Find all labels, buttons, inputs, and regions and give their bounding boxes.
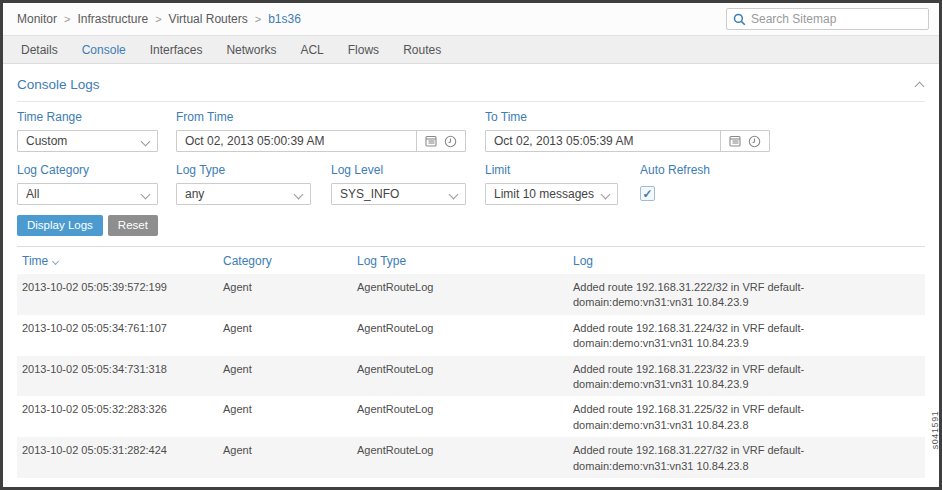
sitemap-search-box[interactable] (726, 8, 929, 30)
table-header-row: Time Category Log Type Log (17, 247, 925, 274)
log-message: Added route 192.168.31.229/32 in VRF def… (568, 482, 925, 490)
to-time-label: To Time (485, 110, 770, 124)
log-category-select[interactable]: All (17, 183, 158, 205)
log-message: Added route 192.168.31.225/32 in VRF def… (568, 400, 925, 433)
chevron-down-icon (141, 189, 151, 199)
breadcrumb-separator: > (255, 13, 261, 25)
console-logs-table: Time Category Log Type Log 2013-10-02 05… (17, 246, 925, 490)
tab-routes[interactable]: Routes (391, 43, 453, 57)
tab-acl[interactable]: ACL (288, 43, 335, 57)
to-time-input[interactable]: Oct 02, 2013 05:05:39 AM (485, 130, 770, 152)
app-window: Monitor > Infrastructure > Virtual Route… (0, 0, 942, 490)
breadcrumb-item-infrastructure[interactable]: Infrastructure (77, 12, 148, 26)
log-type: AgentRouteLog (352, 278, 568, 311)
breadcrumb: Monitor > Infrastructure > Virtual Route… (17, 12, 301, 26)
log-type: AgentRouteLog (352, 400, 568, 433)
checkmark-icon: ✓ (642, 187, 652, 201)
clock-icon[interactable] (748, 135, 761, 148)
column-header-log[interactable]: Log (568, 254, 925, 268)
time-range-label: Time Range (17, 110, 158, 124)
log-time: 2013-10-02 05:05:34:761:107 (17, 319, 218, 352)
log-category: Agent (218, 441, 352, 474)
column-header-category[interactable]: Category (218, 254, 352, 268)
log-level-label: Log Level (331, 163, 466, 177)
log-type: AgentRouteLog (352, 441, 568, 474)
log-type: AgentRouteLog (352, 360, 568, 393)
table-row[interactable]: 2013-10-02 05:05:29:319:521 Agent AgentR… (17, 478, 925, 490)
log-category: Agent (218, 278, 352, 311)
log-type-value: any (185, 187, 289, 201)
from-time-label: From Time (176, 110, 466, 124)
chevron-down-icon (294, 189, 304, 199)
log-category-value: All (26, 187, 136, 201)
chevron-down-icon (449, 189, 459, 199)
auto-refresh-label: Auto Refresh (640, 163, 710, 177)
sort-descending-icon (52, 257, 59, 264)
breadcrumb-separator: > (64, 13, 70, 25)
log-message: Added route 192.168.31.223/32 in VRF def… (568, 360, 925, 393)
log-time: 2013-10-02 05:05:29:319:521 (17, 482, 218, 490)
log-category: Agent (218, 400, 352, 433)
log-type-label: Log Type (176, 163, 311, 177)
log-type: AgentRouteLog (352, 319, 568, 352)
tab-flows[interactable]: Flows (336, 43, 391, 57)
log-type-select[interactable]: any (176, 183, 311, 205)
column-header-log-type[interactable]: Log Type (352, 254, 568, 268)
breadcrumb-item-virtual-routers[interactable]: Virtual Routers (169, 12, 248, 26)
log-time: 2013-10-02 05:05:34:731:318 (17, 360, 218, 393)
log-level-select[interactable]: SYS_INFO (331, 183, 466, 205)
tab-details[interactable]: Details (9, 43, 70, 57)
limit-select[interactable]: Limit 10 messages (485, 183, 618, 205)
breadcrumb-item-monitor[interactable]: Monitor (17, 12, 57, 26)
search-icon (733, 13, 746, 26)
log-message: Added route 192.168.31.224/32 in VRF def… (568, 319, 925, 352)
console-logs-panel: Console Logs Time Range Custom From Time… (3, 64, 939, 490)
log-category-label: Log Category (17, 163, 158, 177)
collapse-panel-icon[interactable] (915, 81, 925, 91)
table-row[interactable]: 2013-10-02 05:05:34:761:107 Agent AgentR… (17, 315, 925, 356)
breadcrumb-separator: > (155, 13, 161, 25)
chevron-down-icon (141, 136, 151, 146)
time-range-select[interactable]: Custom (17, 130, 158, 152)
log-time: 2013-10-02 05:05:31:282:424 (17, 441, 218, 474)
auto-refresh-checkbox[interactable]: ✓ (640, 186, 655, 201)
calendar-icon[interactable] (729, 135, 741, 147)
limit-value: Limit 10 messages (494, 187, 596, 201)
table-row[interactable]: 2013-10-02 05:05:34:731:318 Agent AgentR… (17, 356, 925, 397)
log-category: Agent (218, 482, 352, 490)
limit-label: Limit (485, 163, 618, 177)
to-time-value: Oct 02, 2013 05:05:39 AM (494, 134, 712, 148)
chevron-down-icon (601, 189, 611, 199)
reset-button[interactable]: Reset (108, 215, 158, 236)
tab-bar: Details Console Interfaces Networks ACL … (3, 36, 939, 64)
panel-divider (17, 101, 925, 102)
search-input[interactable] (751, 12, 922, 26)
tab-interfaces[interactable]: Interfaces (138, 43, 215, 57)
breadcrumb-item-b1s36[interactable]: b1s36 (268, 12, 301, 26)
table-row[interactable]: 2013-10-02 05:05:32:283:326 Agent AgentR… (17, 396, 925, 437)
top-bar: Monitor > Infrastructure > Virtual Route… (3, 3, 939, 36)
display-logs-button[interactable]: Display Logs (17, 215, 103, 236)
from-time-value: Oct 02, 2013 05:00:39 AM (185, 134, 408, 148)
panel-title: Console Logs (17, 77, 100, 92)
from-time-input[interactable]: Oct 02, 2013 05:00:39 AM (176, 130, 466, 152)
log-message: Added route 192.168.31.227/32 in VRF def… (568, 441, 925, 474)
log-type: AgentRouteLog (352, 482, 568, 490)
tab-networks[interactable]: Networks (214, 43, 288, 57)
column-header-time[interactable]: Time (17, 254, 218, 268)
time-range-value: Custom (26, 134, 136, 148)
clock-icon[interactable] (444, 135, 457, 148)
table-row[interactable]: 2013-10-02 05:05:39:572:199 Agent AgentR… (17, 274, 925, 315)
log-category: Agent (218, 319, 352, 352)
table-row[interactable]: 2013-10-02 05:05:31:282:424 Agent AgentR… (17, 437, 925, 478)
log-time: 2013-10-02 05:05:39:572:199 (17, 278, 218, 311)
tab-console[interactable]: Console (70, 43, 138, 57)
log-message: Added route 192.168.31.222/32 in VRF def… (568, 278, 925, 311)
log-level-value: SYS_INFO (340, 187, 444, 201)
log-time: 2013-10-02 05:05:32:283:326 (17, 400, 218, 433)
log-category: Agent (218, 360, 352, 393)
figure-id: s041591 (931, 411, 941, 450)
calendar-icon[interactable] (425, 135, 437, 147)
